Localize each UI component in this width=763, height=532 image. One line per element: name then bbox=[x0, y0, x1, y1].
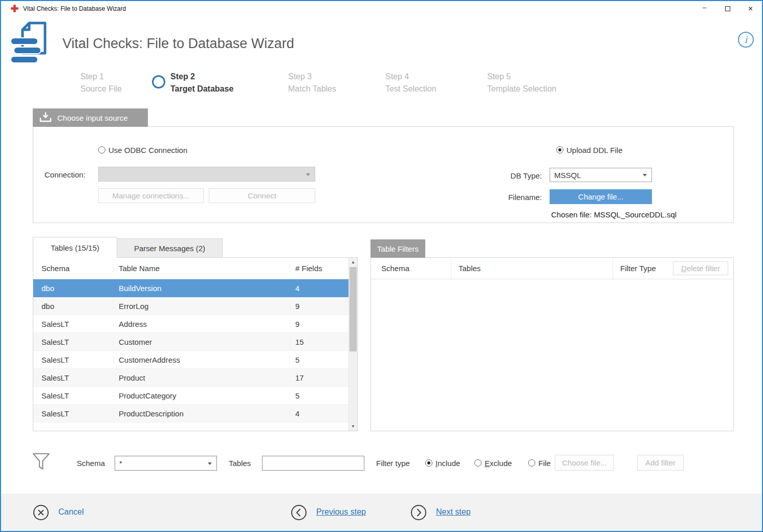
column-header-tables[interactable]: Tables bbox=[451, 258, 613, 279]
step-label: Template Selection bbox=[487, 83, 556, 95]
connect-button[interactable]: Connect bbox=[209, 188, 315, 203]
scroll-down-icon[interactable]: ▼ bbox=[349, 422, 357, 431]
table-filters-grid-header: Schema Tables Filter Type Delete filter bbox=[371, 258, 733, 279]
close-icon[interactable]: ✕ bbox=[739, 1, 762, 16]
tab-tables[interactable]: Tables (15/15) bbox=[33, 237, 117, 258]
table-filters-grid: Schema Tables Filter Type Delete filter bbox=[370, 257, 734, 431]
step-label: Target Database bbox=[170, 83, 233, 95]
column-header-filter-type[interactable]: Filter Type bbox=[613, 258, 671, 279]
scrollbar-thumb[interactable] bbox=[350, 267, 357, 351]
cell-fields: 5 bbox=[290, 356, 348, 364]
manage-connections-button[interactable]: Manage connections... bbox=[98, 188, 204, 203]
minimize-icon[interactable]: – bbox=[693, 1, 716, 16]
step-label: Match Tables bbox=[288, 83, 336, 95]
info-icon[interactable]: i bbox=[738, 32, 754, 48]
column-header-fields[interactable]: # Fields bbox=[290, 264, 348, 273]
table-row[interactable]: SalesLT Product 17 bbox=[33, 369, 348, 387]
step-number: Step 1 bbox=[80, 71, 122, 83]
column-header-schema[interactable]: Schema bbox=[371, 264, 451, 273]
next-step-icon[interactable] bbox=[410, 504, 427, 521]
cell-table-name: Product bbox=[113, 373, 290, 382]
delete-filter-button[interactable]: Delete filter bbox=[673, 261, 728, 275]
step-number: Step 4 bbox=[385, 71, 437, 83]
tab-parser-messages[interactable]: Parser Messages (2) bbox=[117, 238, 223, 257]
chosen-file-text: Chosen file: MSSQL_SourceDDL.sql bbox=[551, 210, 677, 219]
schema-filter-select[interactable]: * bbox=[115, 456, 217, 471]
change-file-button[interactable]: Change file... bbox=[550, 189, 652, 204]
step-number: Step 2 bbox=[170, 71, 233, 83]
table-row[interactable]: SalesLT Customer 15 bbox=[33, 333, 348, 351]
cell-fields: 4 bbox=[290, 409, 348, 418]
maximize-icon[interactable] bbox=[716, 1, 739, 16]
filter-type-label: Filter type bbox=[376, 459, 410, 468]
table-row[interactable]: SalesLT ProductCategory 5 bbox=[33, 387, 348, 405]
download-icon bbox=[39, 112, 52, 124]
close-glyph: ✕ bbox=[748, 5, 753, 12]
tables-scrollbar[interactable]: ▲ ▼ bbox=[348, 258, 357, 431]
cell-schema: SalesLT bbox=[33, 409, 113, 418]
file-radio[interactable] bbox=[528, 459, 535, 467]
cell-fields: 5 bbox=[290, 391, 348, 400]
previous-step-button[interactable]: Previous step bbox=[316, 507, 366, 517]
cancel-button[interactable]: Cancel bbox=[58, 507, 84, 517]
odbc-connection-radio-label[interactable]: Use ODBC Connection bbox=[108, 146, 187, 154]
odbc-connection-radio[interactable] bbox=[98, 146, 105, 153]
connection-select[interactable] bbox=[98, 167, 315, 182]
cell-fields: 4 bbox=[290, 284, 348, 293]
cell-schema: SalesLT bbox=[33, 338, 113, 346]
tables-grid: Schema Table Name # Fields dbo BuildVers… bbox=[33, 257, 358, 431]
column-header-schema[interactable]: Schema bbox=[33, 264, 113, 273]
info-glyph: i bbox=[745, 34, 748, 45]
exclude-radio[interactable] bbox=[474, 459, 482, 467]
tables-grid-header: Schema Table Name # Fields bbox=[33, 258, 357, 279]
cell-table-name: ErrorLog bbox=[113, 302, 290, 311]
db-type-label: DB Type: bbox=[492, 171, 542, 180]
upload-ddl-file-radio[interactable] bbox=[556, 146, 563, 153]
cell-fields: 9 bbox=[290, 302, 348, 311]
cell-table-name: BuildVersion bbox=[113, 284, 290, 293]
schema-filter-label: Schema bbox=[77, 459, 105, 468]
upload-ddl-file-radio-label[interactable]: Upload DDL File bbox=[566, 146, 623, 154]
table-row[interactable]: SalesLT CustomerAddress 5 bbox=[33, 351, 348, 369]
step-number: Step 3 bbox=[288, 71, 336, 83]
cell-table-name: ProductCategory bbox=[113, 391, 290, 400]
table-row[interactable]: dbo ErrorLog 9 bbox=[33, 297, 348, 315]
app-logo-icon bbox=[8, 20, 52, 69]
exclude-radio-label[interactable]: Exclude bbox=[485, 459, 512, 468]
step-2-target-database: Step 2 Target Database bbox=[170, 71, 233, 95]
table-row[interactable]: SalesLT ProductDescription 4 bbox=[33, 405, 348, 423]
file-radio-label[interactable]: File bbox=[538, 459, 551, 468]
tab-parser-messages-label: Parser Messages (2) bbox=[134, 244, 205, 253]
scroll-up-icon[interactable]: ▲ bbox=[349, 258, 357, 267]
tables-filter-label: Tables bbox=[229, 459, 251, 468]
maximize-glyph bbox=[725, 6, 730, 11]
table-row[interactable]: dbo BuildVersion 4 bbox=[33, 279, 348, 297]
step-label: Test Selection bbox=[385, 83, 437, 95]
app-icon bbox=[10, 4, 19, 13]
tables-filter-input[interactable] bbox=[262, 456, 364, 471]
connect-label: Connect bbox=[248, 191, 276, 200]
table-row[interactable]: SalesLT Address 9 bbox=[33, 315, 348, 333]
cancel-icon[interactable] bbox=[33, 504, 49, 521]
table-filters-header: Table Filters bbox=[370, 239, 425, 258]
include-radio[interactable] bbox=[425, 459, 432, 467]
tab-tables-label: Tables (15/15) bbox=[51, 243, 99, 252]
previous-step-icon[interactable] bbox=[291, 504, 307, 521]
column-header-table-name[interactable]: Table Name bbox=[113, 264, 290, 273]
cell-schema: dbo bbox=[33, 284, 113, 293]
include-radio-label[interactable]: Include bbox=[435, 459, 460, 468]
active-step-circle-icon bbox=[152, 75, 165, 88]
titlebar: Vital Checks: File to Database Wizard – … bbox=[1, 1, 762, 16]
db-type-select[interactable]: MSSQL bbox=[550, 168, 652, 182]
filters-header-actions: Delete filter bbox=[671, 258, 733, 279]
choose-file-button[interactable]: Choose file... bbox=[555, 455, 614, 471]
cell-schema: SalesLT bbox=[33, 356, 113, 364]
choose-file-label: Choose file... bbox=[562, 458, 607, 467]
cell-fields: 15 bbox=[290, 338, 348, 346]
window-title: Vital Checks: File to Database Wizard bbox=[23, 5, 126, 12]
next-step-button[interactable]: Next step bbox=[436, 507, 471, 517]
step-3-match-tables: Step 3 Match Tables bbox=[288, 71, 336, 95]
step-5-template-selection: Step 5 Template Selection bbox=[487, 71, 556, 95]
add-filter-button[interactable]: Add filter bbox=[637, 455, 684, 471]
cell-schema: dbo bbox=[33, 302, 113, 311]
